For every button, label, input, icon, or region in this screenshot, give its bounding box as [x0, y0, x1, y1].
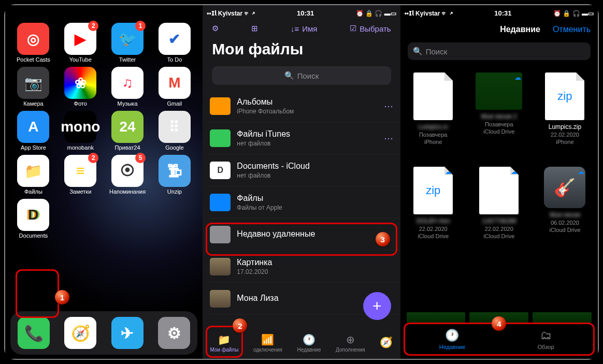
- grid-view-icon[interactable]: ⊞: [251, 24, 258, 33]
- header: Недавние Отменить: [400, 20, 598, 39]
- file-item[interactable]: ☁︎Моя песня 2ПозавчераiCloud Drive: [466, 72, 532, 145]
- files-picker: ••𝗜𝗹Kyivstar ᯤ ↗ 10:31 ⏰ 🔒 🎧 ▬▭ Недавние…: [400, 5, 598, 359]
- toolbar: ⚙ ⊞ ↓≡ Имя ☑ Выбрать: [203, 20, 400, 37]
- app-напоминания[interactable]: ⦿5Напоминания: [106, 155, 150, 195]
- more-icon[interactable]: ⋯: [384, 133, 393, 144]
- marker-1: 1: [55, 290, 69, 304]
- add-button[interactable]: +: [363, 292, 391, 320]
- clock-icon: 🕐: [445, 329, 459, 342]
- select-button[interactable]: ☑ Выбрать: [350, 24, 391, 33]
- file-item[interactable]: Lumpics.rcПозавчераiPhone: [400, 72, 466, 145]
- dock-settings[interactable]: ⚙: [158, 317, 190, 349]
- dock-phone[interactable]: 📞: [18, 317, 50, 349]
- tab-browse[interactable]: 🗂Обзор: [510, 329, 582, 350]
- page-title: Мои файлы: [203, 37, 400, 61]
- folder-row[interactable]: Картинка17.02.2020: [210, 251, 400, 283]
- dock-telegram[interactable]: ✈: [111, 317, 143, 349]
- app-youtube[interactable]: ▶2YouTube: [59, 23, 103, 63]
- home-screen: ••𝗜𝗹Kyivstar ᯤ ↗ 10:31 ⏰🔒🎧▬▭ ◎Pocket Cas…: [5, 5, 203, 359]
- cancel-button[interactable]: Отменить: [553, 25, 591, 34]
- app-камера[interactable]: 📷Камера: [11, 67, 55, 107]
- tab-item[interactable]: 📶одключения: [253, 333, 282, 353]
- tab-item[interactable]: 🕐Недавние: [297, 333, 321, 353]
- search-field[interactable]: 🔍Поиск: [408, 42, 591, 60]
- folder-icon: 🗂: [540, 329, 552, 342]
- app-to-do[interactable]: ✔To Do: [152, 23, 196, 63]
- tab-bar: 📁Мои файлы📶одключения🕐Недавние⊕Дополнени…: [203, 327, 400, 359]
- status-bar: ••𝗜𝗹Kyivstar ᯤ ↗ 10:31 ⏰ 🔒 🎧 ▬▭: [203, 5, 400, 20]
- folder-row[interactable]: DDocuments - iCloudнет файлов: [210, 154, 400, 186]
- settings-icon[interactable]: ⚙: [212, 24, 219, 33]
- tab-recent[interactable]: 🕐Недавние: [416, 329, 489, 350]
- search-field[interactable]: 🔍Поиск: [212, 66, 391, 85]
- app-фото[interactable]: ❀Фото: [59, 67, 103, 107]
- app-музыка[interactable]: ♫Музыка: [106, 67, 150, 107]
- tab-item[interactable]: 🧭: [380, 336, 393, 350]
- file-item[interactable]: zip☁︎DOLBY-Atm22.02.2020iCloud Drive: [400, 167, 466, 239]
- app-gmail[interactable]: MGmail: [152, 67, 196, 107]
- dock-safari[interactable]: 🧭: [64, 317, 96, 349]
- folder-row[interactable]: Недавно удаленные: [210, 219, 400, 251]
- app-documents[interactable]: DDocuments: [11, 199, 55, 239]
- tab-item[interactable]: 📁Мои файлы: [210, 333, 239, 353]
- more-icon[interactable]: ⋯: [384, 100, 393, 112]
- app-файлы[interactable]: 📁Файлы: [11, 155, 55, 195]
- header-title: Недавние: [500, 25, 540, 34]
- search-icon: 🔍: [413, 47, 423, 56]
- app-unzip[interactable]: 🗜Unzip: [152, 155, 196, 195]
- app-pocket-casts[interactable]: ◎Pocket Casts: [11, 23, 55, 63]
- app-monobank[interactable]: monomonobank: [59, 111, 103, 151]
- dock: 📞🧭✈⚙: [10, 311, 197, 355]
- file-item[interactable]: zipLumpics.zip22.02.2020iPhone: [532, 72, 598, 145]
- app-заметки[interactable]: ≡2Заметки: [59, 155, 103, 195]
- marker-3: 3: [376, 232, 390, 246]
- app-twitter[interactable]: 🐦1Twitter: [106, 23, 150, 63]
- app-google[interactable]: ⠿Google: [152, 111, 196, 151]
- sort-button[interactable]: ↓≡ Имя: [291, 24, 317, 33]
- tab-item[interactable]: ⊕Дополнения: [336, 333, 365, 353]
- folder-row[interactable]: АльбомыiPhone Фотоальбом⋯: [210, 90, 400, 122]
- search-icon: 🔍: [284, 71, 294, 80]
- folder-row[interactable]: Файлы iTunesнет файлов⋯: [210, 122, 400, 154]
- folder-row[interactable]: ФайлыФайлы от Apple: [210, 186, 400, 219]
- status-bar: ••𝗜𝗹Kyivstar ᯤ ↗ 10:31 ⏰ 🔒 🎧 ▬▭: [400, 5, 598, 20]
- file-item[interactable]: 🎸☁︎Моя песня06.02.2020iCloud Drive: [532, 167, 598, 239]
- app-app-store[interactable]: AApp Store: [11, 111, 55, 151]
- app-приват24[interactable]: 24Приват24: [106, 111, 150, 151]
- documents-app: ••𝗜𝗹Kyivstar ᯤ ↗ 10:31 ⏰ 🔒 🎧 ▬▭ ⚙ ⊞ ↓≡ И…: [203, 5, 400, 359]
- file-item[interactable]: ☁︎116773628822.02.2020iCloud Drive: [466, 167, 532, 239]
